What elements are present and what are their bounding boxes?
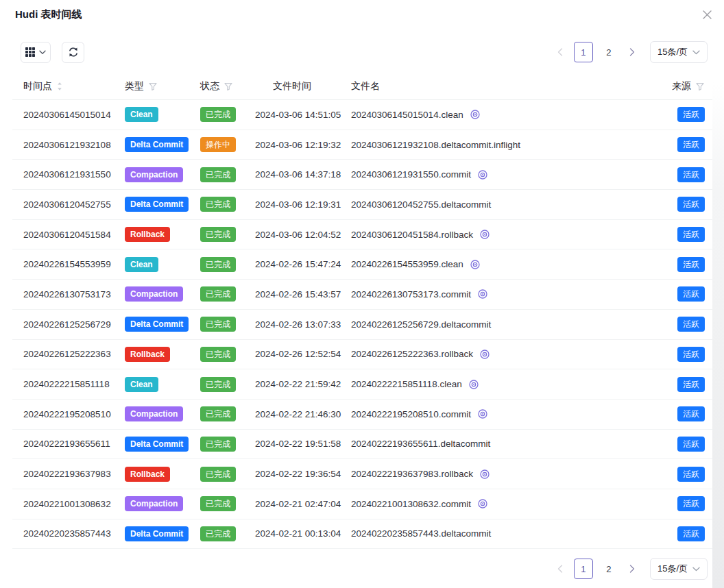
source-cell: 活跃 bbox=[650, 467, 713, 482]
page-button-2[interactable]: 2 bbox=[599, 559, 618, 579]
source-cell: 活跃 bbox=[650, 347, 713, 362]
file-time-cell: 2024-02-26 13:07:33 bbox=[255, 319, 351, 330]
chevron-left-icon[interactable] bbox=[553, 559, 568, 579]
file-name: 20240226125222363.rollback bbox=[351, 349, 473, 359]
chevron-right-icon[interactable] bbox=[625, 559, 640, 579]
chevron-left-icon[interactable] bbox=[553, 42, 568, 62]
type-badge: Delta Commit bbox=[125, 526, 189, 541]
page-size-value: 15条/页 bbox=[657, 563, 688, 575]
source-badge: 活跃 bbox=[677, 137, 705, 152]
eye-icon[interactable] bbox=[477, 289, 488, 299]
chevron-right-icon[interactable] bbox=[625, 42, 640, 62]
source-cell: 活跃 bbox=[650, 167, 713, 182]
eye-icon[interactable] bbox=[479, 229, 490, 240]
source-badge: 活跃 bbox=[677, 347, 705, 362]
source-cell: 活跃 bbox=[650, 377, 713, 392]
timestamp-cell: 20240220235857443 bbox=[12, 528, 125, 539]
table-row: 20240221001308632 Compaction 已完成 2024-02… bbox=[12, 489, 713, 519]
file-name-cell: 20240222193637983.rollback bbox=[351, 469, 650, 480]
filter-icon[interactable] bbox=[224, 82, 233, 91]
status-badge: 已完成 bbox=[200, 317, 236, 332]
table-row: 20240222215851118 Clean 已完成 2024-02-22 2… bbox=[12, 369, 713, 400]
toolbar: 1 2 15条/页 bbox=[21, 41, 708, 63]
file-name: 20240226130753173.commit bbox=[351, 289, 471, 299]
refresh-button[interactable] bbox=[62, 42, 84, 63]
eye-icon[interactable] bbox=[468, 379, 479, 390]
table-row: 20240306120451584 Rollback 已完成 2024-03-0… bbox=[12, 220, 713, 250]
timestamp-cell: 20240226154553959 bbox=[12, 259, 125, 269]
file-name: 20240221001308632.commit bbox=[351, 499, 471, 509]
page-button-1[interactable]: 1 bbox=[574, 42, 593, 62]
file-name-cell: 20240220235857443.deltacommit bbox=[351, 528, 650, 539]
status-badge: 已完成 bbox=[200, 437, 236, 452]
type-cell: Clean bbox=[125, 377, 200, 392]
status-badge: 已完成 bbox=[200, 347, 236, 362]
file-name-cell: 20240226125222363.rollback bbox=[351, 349, 650, 360]
column-label: 文件时间 bbox=[273, 80, 311, 93]
filter-icon[interactable] bbox=[695, 82, 705, 91]
page-button-2[interactable]: 2 bbox=[599, 42, 618, 62]
timestamp-cell: 20240226130753173 bbox=[12, 289, 125, 299]
table-row: 20240306120452755 Delta Commit 已完成 2024-… bbox=[12, 190, 713, 220]
status-cell: 操作中 bbox=[200, 137, 255, 152]
table-body: 20240306145015014 Clean 已完成 2024-03-06 1… bbox=[12, 100, 713, 549]
file-name-cell: 20240306145015014.clean bbox=[351, 109, 650, 120]
eye-icon[interactable] bbox=[477, 408, 488, 419]
column-label: 类型 bbox=[125, 80, 144, 93]
type-cell: Delta Commit bbox=[125, 197, 200, 212]
table-header-row: 时间点 类型 状态 文件时间 文件名 来源 bbox=[12, 73, 713, 100]
type-cell: Rollback bbox=[125, 467, 200, 482]
eye-icon[interactable] bbox=[477, 498, 488, 509]
source-cell: 活跃 bbox=[650, 526, 713, 541]
source-badge: 活跃 bbox=[677, 227, 705, 242]
type-cell: Compaction bbox=[125, 406, 200, 421]
eye-icon[interactable] bbox=[477, 169, 488, 180]
file-time-cell: 2024-03-06 12:04:52 bbox=[255, 230, 351, 240]
timestamp-cell: 20240222215851118 bbox=[12, 379, 125, 389]
status-badge: 已完成 bbox=[200, 197, 236, 212]
type-badge: Delta Commit bbox=[125, 137, 189, 152]
status-cell: 已完成 bbox=[200, 107, 255, 122]
type-badge: Clean bbox=[125, 257, 158, 272]
filter-icon[interactable] bbox=[148, 82, 158, 91]
timestamp-cell: 20240306121932108 bbox=[12, 140, 125, 150]
status-cell: 已完成 bbox=[200, 496, 255, 511]
page-size-select[interactable]: 15条/页 bbox=[650, 41, 708, 63]
table-row: 20240226125222363 Rollback 已完成 2024-02-2… bbox=[12, 340, 713, 370]
sort-icon[interactable] bbox=[56, 82, 63, 91]
type-cell: Rollback bbox=[125, 347, 200, 362]
file-time-cell: 2024-02-22 21:59:42 bbox=[255, 379, 351, 389]
file-name: 20240226125256729.deltacommit bbox=[351, 319, 491, 330]
status-badge: 已完成 bbox=[200, 377, 236, 392]
source-cell: 活跃 bbox=[650, 317, 713, 332]
column-header-file-name: 文件名 bbox=[351, 80, 650, 93]
status-badge: 操作中 bbox=[200, 137, 236, 152]
column-header-source: 来源 bbox=[650, 80, 713, 93]
file-name: 20240306120452755.deltacommit bbox=[351, 199, 491, 210]
close-icon[interactable] bbox=[701, 8, 713, 21]
file-name: 20240306121932108.deltacommit.inflight bbox=[351, 140, 520, 150]
type-badge: Delta Commit bbox=[125, 317, 189, 332]
eye-icon[interactable] bbox=[479, 469, 490, 480]
status-cell: 已完成 bbox=[200, 377, 255, 392]
timestamp-cell: 20240306120451584 bbox=[12, 230, 125, 240]
file-name-cell: 20240226125256729.deltacommit bbox=[351, 319, 650, 330]
status-badge: 已完成 bbox=[200, 107, 236, 122]
source-badge: 活跃 bbox=[677, 406, 705, 421]
table-row: 20240306145015014 Clean 已完成 2024-03-06 1… bbox=[12, 100, 713, 130]
page-size-select[interactable]: 15条/页 bbox=[650, 558, 708, 580]
eye-icon[interactable] bbox=[479, 349, 490, 360]
eye-icon[interactable] bbox=[470, 109, 481, 120]
type-badge: Clean bbox=[125, 107, 158, 122]
footer-bar: 1 2 15条/页 bbox=[0, 558, 708, 580]
view-mode-button[interactable] bbox=[21, 42, 51, 63]
modal-header: Hudi 表时间线 bbox=[0, 0, 724, 29]
table-row: 20240222193637983 Rollback 已完成 2024-02-2… bbox=[12, 459, 713, 489]
source-cell: 活跃 bbox=[650, 227, 713, 242]
file-name-cell: 20240226154553959.clean bbox=[351, 259, 650, 270]
page-button-1[interactable]: 1 bbox=[574, 559, 593, 579]
timestamp-cell: 20240226125256729 bbox=[12, 319, 125, 330]
status-cell: 已完成 bbox=[200, 467, 255, 482]
table-row: 20240226130753173 Compaction 已完成 2024-02… bbox=[12, 280, 713, 310]
eye-icon[interactable] bbox=[470, 259, 481, 270]
